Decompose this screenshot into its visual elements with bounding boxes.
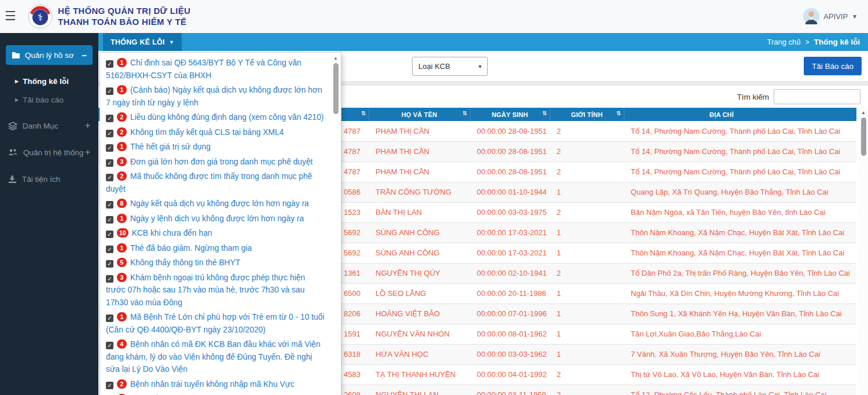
scroll-up-icon[interactable]: ▲ — [332, 56, 339, 61]
error-filter-item[interactable]: ✓1Mã Bệnh Trẻ Lớn chỉ phù hợp với Trẻ em… — [106, 311, 325, 336]
checkbox-checked-icon[interactable]: ✓ — [106, 201, 113, 209]
checkbox-checked-icon[interactable]: ✓ — [106, 159, 113, 167]
search-input[interactable] — [774, 89, 860, 104]
sort-icon[interactable]: ⇅ — [462, 110, 468, 116]
error-filter-label[interactable]: KCB khi chưa đến hạn — [132, 229, 212, 237]
breadcrumb-home[interactable]: Trang chủ — [767, 38, 800, 46]
cell-name: TẠ THỊ THANH HUYỀN — [369, 364, 470, 385]
sidebar-item-danh-muc[interactable]: Danh Mục + — [0, 116, 98, 136]
error-filter-item[interactable]: ✓1(Cảnh báo) Ngày kết quả dịch vụ không … — [106, 84, 325, 109]
checkbox-checked-icon[interactable]: ✓ — [106, 144, 113, 152]
error-filter-label[interactable]: Không tìm thấy kết quả CLS tại bảng XML4 — [130, 128, 284, 137]
checkbox-checked-icon[interactable]: ✓ — [106, 231, 113, 238]
cell-name: NGUYỄN THỊ LAN — [369, 385, 470, 395]
sort-icon[interactable]: ⇅ — [542, 110, 547, 116]
checkbox-checked-icon[interactable]: ✓ — [106, 342, 113, 349]
error-filter-label[interactable]: Mã Bệnh Trẻ Lớn chỉ phù hợp với Trẻ em t… — [106, 313, 324, 334]
table-scrollbar[interactable]: ▲ — [859, 108, 868, 395]
error-filter-item[interactable]: ✓2Không tìm thấy kết quả CLS tại bảng XM… — [106, 126, 325, 139]
svg-text:⚕: ⚕ — [38, 12, 43, 23]
column-header-dia-chi[interactable]: ĐỊA CHỈ — [624, 108, 856, 121]
checkbox-checked-icon[interactable]: ✓ — [106, 130, 113, 137]
checkbox-checked-icon[interactable]: ✓ — [106, 260, 113, 268]
column-label: GIỚI TÍNH — [571, 111, 603, 118]
column-label: ĐỊA CHỈ — [709, 111, 734, 118]
error-filter-label[interactable]: Thẻ đã báo giảm. Ngừng tham gia — [130, 244, 252, 253]
panel-scrollbar[interactable]: ▲ — [332, 56, 339, 395]
thong-ke-loi-dropdown-button[interactable]: THỐNG KÊ LỖI ▼ — [103, 33, 182, 51]
error-filter-item[interactable]: ✓1Thẻ đã báo giảm. Ngừng tham gia — [106, 242, 325, 255]
checkbox-checked-icon[interactable]: ✓ — [106, 174, 113, 181]
chevron-down-icon: ▾ — [479, 63, 481, 70]
sidebar-group-quan-ly-ho-so[interactable]: Quản lý hồ sơ − — [6, 45, 93, 65]
cell-gender: 1 — [550, 283, 624, 303]
scrollbar-thumb[interactable] — [861, 118, 866, 156]
error-filter-item[interactable]: ✓5Không thấy thông tin thẻ BHYT — [106, 257, 325, 269]
error-filter-item[interactable]: ✓2Mã thuốc không được tìm thấy trong dan… — [106, 170, 325, 195]
error-filter-item[interactable]: ✓8Ngày kết quả dịch vụ không được lớn hơ… — [106, 198, 325, 210]
download-icon — [8, 175, 17, 184]
scroll-up-icon[interactable]: ▲ — [859, 108, 868, 115]
expand-plus-icon[interactable]: + — [85, 120, 90, 131]
column-header-ngay-sinh[interactable]: NGÀY SINH⇅ — [470, 108, 550, 121]
folder-icon — [12, 52, 20, 59]
checkbox-checked-icon[interactable]: ✓ — [106, 382, 113, 389]
checkbox-checked-icon[interactable]: ✓ — [106, 216, 113, 224]
app-title-line1: HỆ THỐNG QUẢN TRỊ DỮ LIỆU — [58, 5, 190, 16]
error-filter-label[interactable]: Liều dùng không đúng định dạng (xem công… — [130, 113, 323, 122]
sidebar-item-tai-bao-cao[interactable]: ▶ Tải báo cáo — [0, 90, 98, 109]
scrollbar-thumb[interactable] — [333, 63, 339, 114]
sort-icon[interactable]: ⇅ — [361, 110, 366, 116]
error-filter-item[interactable]: ✓4Bệnh nhân có mã ĐK KCB Ban đầu khác vớ… — [106, 338, 325, 376]
error-filter-label[interactable]: Không thấy thông tin thẻ BHYT — [130, 258, 240, 267]
checkbox-checked-icon[interactable]: ✓ — [106, 246, 113, 253]
user-menu[interactable]: APIVIP ▼ — [803, 8, 858, 24]
checkbox-checked-icon[interactable]: ✓ — [106, 275, 113, 283]
cell-address: Thị tứ Võ Lao, Xã Võ Lao, Huyện Văn Bàn,… — [624, 364, 856, 385]
error-count-badge: 1 — [117, 214, 127, 223]
error-count-badge: 3 — [117, 273, 127, 282]
error-filter-label[interactable]: Khám bệnh ngoại trú không được phép thực… — [106, 273, 305, 307]
error-filter-item[interactable]: ✓4Kê thuốc cản quang mà không thực hiện … — [106, 393, 325, 395]
main-content: THỐNG KÊ LỖI ▼ Trang chủ > Thống kê lỗi … — [98, 33, 868, 395]
error-filter-item[interactable]: ✓3Đơn giá lớn hơn đơn giá trong danh mục… — [106, 156, 325, 169]
checkbox-checked-icon[interactable]: ✓ — [106, 314, 113, 322]
error-filter-label[interactable]: (Cảnh báo) Ngày kết quả dịch vụ không đư… — [106, 86, 322, 107]
error-filter-item[interactable]: ✓1Thẻ hết giá trị sử dụng — [106, 141, 325, 153]
download-report-button[interactable]: Tải Báo cáo — [804, 57, 862, 75]
cell-dob: 00:00:00 17-03-2021 — [470, 222, 550, 243]
error-filter-item[interactable]: ✓2Bệnh nhân trái tuyến không nhập mã Khu… — [106, 378, 325, 391]
error-filter-label[interactable]: Bệnh nhân có mã ĐK KCB Ban đầu khác với … — [106, 340, 321, 374]
error-filter-item[interactable]: ✓1Ngày y lệnh dịch vụ không được lớn hơn… — [106, 213, 325, 225]
column-header-ho-va-ten[interactable]: HỌ VÀ TÊN⇅ — [369, 108, 470, 121]
column-label: NGÀY SINH — [492, 111, 528, 118]
sidebar-item-quan-tri-he-thong[interactable]: Quản trị hệ thống + — [0, 142, 98, 162]
loai-kcb-select[interactable]: Loại KCB ▾ — [412, 57, 488, 76]
error-filter-label[interactable]: Ngày y lệnh dịch vụ không được lớn hơn n… — [130, 214, 304, 223]
sidebar-item-tai-tien-ich[interactable]: Tải tiện ích — [0, 169, 98, 189]
error-count-badge: 1 — [117, 312, 127, 321]
error-filter-label[interactable]: Đơn giá lớn hơn đơn giá trong danh mục p… — [130, 158, 312, 166]
error-filter-item[interactable]: ✓2Liều dùng không đúng định dạng (xem cô… — [106, 111, 325, 124]
error-filter-item[interactable]: ✓1Chỉ định sai QĐ 5643/BYT Bộ Y Tế và Cô… — [106, 57, 325, 82]
checkbox-checked-icon[interactable]: ✓ — [106, 87, 113, 95]
checkbox-checked-icon[interactable]: ✓ — [106, 60, 113, 68]
error-filter-label[interactable]: Ngày kết quả dịch vụ không được lớn hơn … — [130, 199, 309, 208]
hamburger-icon[interactable]: ☰ — [5, 10, 16, 23]
cell-name: PHẠM THỊ CẦN — [369, 141, 470, 162]
sort-icon[interactable]: ⇅ — [616, 110, 621, 116]
collapse-minus-icon[interactable]: − — [82, 50, 87, 60]
cell-gender: 1 — [550, 243, 624, 263]
error-filter-label[interactable]: Mã thuốc không được tìm thấy trong danh … — [106, 172, 312, 193]
error-filter-label[interactable]: Bệnh nhân trái tuyến không nhập mã Khu V… — [130, 380, 295, 389]
error-filter-item[interactable]: ✓3Khám bệnh ngoại trú không được phép th… — [106, 272, 325, 309]
error-count-badge: 5 — [117, 258, 127, 267]
error-filter-item[interactable]: ✓10KCB khi chưa đến hạn — [106, 227, 325, 240]
cell-address: Tổ 12, Phường Cốc Lếu, Thành phố Lào Cai… — [624, 385, 856, 395]
error-filter-label[interactable]: Chỉ định sai QĐ 5643/BYT Bộ Y Tế và Công… — [106, 58, 301, 80]
column-header-gioi-tinh[interactable]: GIỚI TÍNH⇅ — [550, 108, 624, 121]
expand-plus-icon[interactable]: + — [85, 147, 90, 158]
sidebar-item-thong-ke-loi[interactable]: ▶ Thống kê lỗi — [0, 72, 98, 90]
checkbox-checked-icon[interactable]: ✓ — [106, 115, 113, 122]
error-filter-label[interactable]: Thẻ hết giá trị sử dụng — [130, 142, 211, 151]
